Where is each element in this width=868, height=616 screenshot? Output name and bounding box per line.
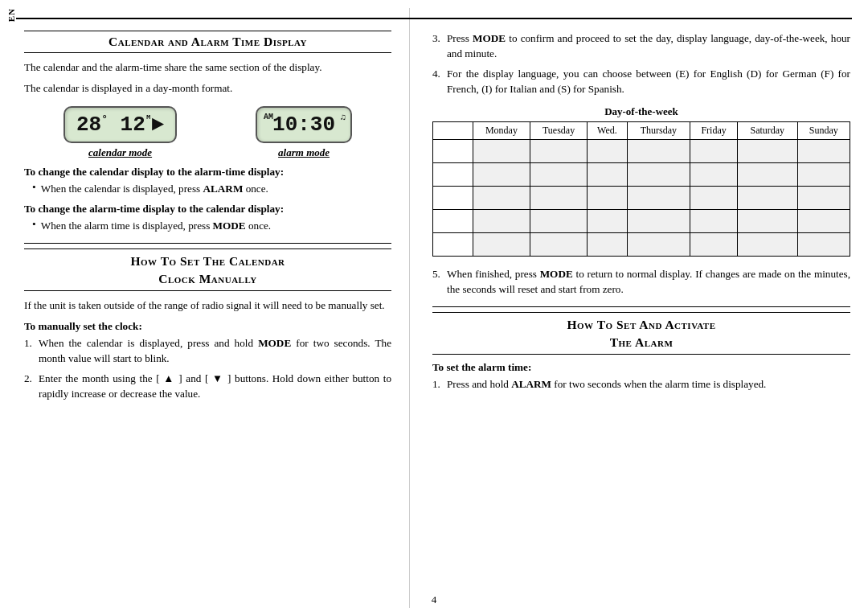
numbered-list-left: 1. When the calendar is displayed, press… [24,335,391,402]
dow-col-wed: Wed. [588,121,628,139]
left-column: Calendar and Alarm Time Display The cale… [0,8,410,608]
row-label [433,209,473,232]
dow-col-saturday: Saturday [737,121,797,139]
alarm-display-box: AM10:30♫ alarm mode [256,106,352,159]
calendar-lcd: 28° 12ᴹ► [63,106,177,143]
row-label [433,139,473,162]
alarm-lcd: AM10:30♫ [256,106,352,143]
dow-col-tuesday: Tuesday [530,121,587,139]
dow-col-friday: Friday [690,121,738,139]
body-text-3: If the unit is taken outside of the rang… [24,298,391,314]
list-item-4: 4. For the display language, you can cho… [432,66,850,97]
subhead-4: To set the alarm time: [432,361,850,374]
numbered-list-alarm: 1. Press and hold ALARM for two seconds … [432,376,850,392]
section-divider-1 [24,243,391,244]
numbered-list-right-bottom: 5. When finished, press MODE to return t… [432,266,850,297]
calendar-mode-label: calendar mode [88,146,152,159]
row-label [433,162,473,186]
section1-title: Calendar and Alarm Time Display [24,31,391,53]
dow-col-header-empty [433,121,473,139]
bullet-dot-1: • [32,181,36,196]
body-text-2: The calendar is displayed in a day-month… [24,80,391,97]
subhead-1: To change the calendar display to the al… [24,166,391,179]
page: Calendar and Alarm Time Display The cale… [0,0,868,616]
bullet-1: • When the calendar is displayed, press … [32,181,391,196]
en-label: EN [6,8,16,22]
table-row [433,186,850,209]
top-line [16,18,852,19]
numbered-list-right-top: 3. Press MODE to confirm and proceed to … [432,31,850,97]
page-number: 4 [432,593,437,606]
section2-title: How To Set The Calendar Clock Manually [24,248,391,291]
table-row [433,139,850,162]
row-label [433,232,473,256]
body-text-1: The calendar and the alarm-time share th… [24,60,391,76]
table-row [433,209,850,232]
subhead-2: To change the alarm-time display to the … [24,203,391,216]
bullet-text-2: When the alarm time is displayed, press … [41,218,271,233]
bullet-2: • When the alarm time is displayed, pres… [32,218,391,233]
list-item-1: 1. When the calendar is displayed, press… [24,335,391,366]
dow-label: Day-of-the-week [432,105,850,118]
bullet-dot-2: • [32,218,36,233]
section3-title: How To Set And Activate The Alarm [432,312,850,355]
list-item-6: 1. Press and hold ALARM for two seconds … [432,376,850,392]
dow-table: Monday Tuesday Wed. Thursday Friday Satu… [432,121,850,257]
row-label [433,186,473,209]
table-row [433,162,850,186]
dow-col-sunday: Sunday [797,121,850,139]
bullet-text-1: When the calendar is displayed, press AL… [41,181,268,196]
section-divider-2 [432,306,850,307]
dow-col-monday: Monday [473,121,530,139]
list-item-5: 5. When finished, press MODE to return t… [432,266,850,297]
alarm-mode-label: alarm mode [278,146,330,159]
calendar-display-box: 28° 12ᴹ► calendar mode [63,106,177,159]
display-area: 28° 12ᴹ► calendar mode AM10:30♫ alarm mo… [24,106,391,159]
subhead-3: To manually set the clock: [24,320,391,333]
list-item-2: 2. Enter the month using the [ ▲ ] and [… [24,371,391,401]
table-row [433,232,850,256]
list-item-3: 3. Press MODE to confirm and proceed to … [432,31,850,61]
dow-col-thursday: Thursday [627,121,690,139]
right-column: 3. Press MODE to confirm and proceed to … [410,8,868,608]
